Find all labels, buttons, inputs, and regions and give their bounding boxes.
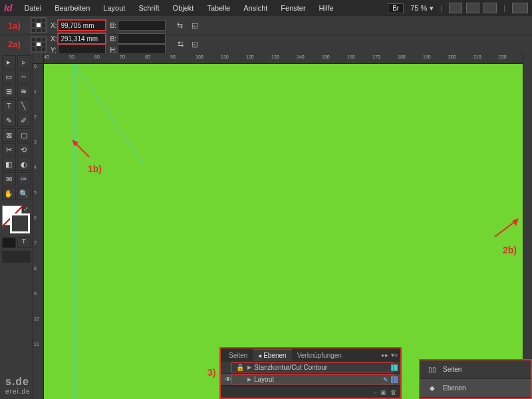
gap-tool[interactable]: ↔ [17, 70, 31, 83]
view-normal[interactable] [2, 251, 31, 263]
menu-object[interactable]: Objekt [166, 4, 201, 12]
panel-footer: ▫ ▣ 🗑 [221, 386, 400, 398]
disclosure-triangle-icon[interactable]: ▶ [247, 364, 251, 370]
tab-links[interactable]: Verknüpfungen [292, 350, 347, 361]
apply-container[interactable] [2, 237, 16, 248]
menu-table[interactable]: Tabelle [200, 4, 237, 12]
b-label-2: B: [110, 35, 116, 43]
apply-text[interactable]: T [17, 237, 31, 248]
horizontal-ruler[interactable]: 4050607080901001101201301401501601701801… [44, 53, 532, 64]
width-input[interactable] [118, 20, 166, 31]
layer-name: Layout [254, 376, 380, 383]
panel-label: Seiten [443, 366, 462, 373]
panel-menu-icon[interactable]: ▾≡ [391, 352, 398, 358]
panel-button-pages[interactable]: ▯▯ Seiten [420, 360, 531, 379]
selection-tool[interactable]: ▸ [2, 55, 16, 68]
layers-icon: ◆ [427, 384, 438, 393]
menu-file[interactable]: Datei [17, 4, 48, 12]
zoom-tool[interactable]: 🔍 [17, 187, 31, 200]
note-tool[interactable]: ✉ [2, 172, 16, 186]
reference-point-grid-2[interactable] [31, 37, 47, 53]
width-input-2[interactable] [118, 33, 166, 44]
rectangle-tool[interactable]: ▢ [17, 128, 31, 142]
zoom-dropdown[interactable]: 75 % ▾ [410, 4, 434, 13]
view-icon-1[interactable] [449, 3, 462, 13]
layer-row-cutcontour[interactable]: 🔒 ▶ Stanzkontur/Cut Contour [221, 362, 400, 374]
visibility-toggle[interactable]: 👁 [223, 376, 233, 383]
diagonal-guides [44, 64, 243, 164]
annotation-arrow-2b [489, 217, 523, 243]
scissors-tool[interactable]: ✂ [2, 143, 16, 156]
view-mode-icons [449, 3, 497, 13]
right-dock-strip[interactable] [523, 53, 532, 399]
reference-point-grid[interactable] [31, 17, 47, 33]
type-on-path-tool[interactable]: ≋ [17, 84, 31, 98]
workspace-switcher[interactable] [512, 3, 528, 13]
panel-tabs: Seiten ◂ Ebenen Verknüpfungen ▸▸▾≡ [221, 348, 400, 362]
page-tool[interactable]: ▭ [2, 70, 16, 83]
transform-tool[interactable]: ⟲ [17, 143, 31, 156]
app-logo: Id [4, 3, 12, 13]
menu-help[interactable]: Hilfe [313, 4, 340, 12]
menu-type[interactable]: Schrift [132, 4, 166, 12]
right-panel-group: ▯▯ Seiten ◆ Ebenen [419, 359, 532, 399]
layer-color-swatch[interactable] [391, 364, 398, 371]
layer-row-layout[interactable]: 👁 ▶ Layout ✎ [221, 374, 400, 386]
hand-tool[interactable]: ✋ [2, 187, 16, 200]
fill-stroke-swatch[interactable]: ⤢ [2, 205, 30, 233]
direct-select-tool[interactable]: ▹ [17, 55, 31, 68]
tab-layers[interactable]: ◂ Ebenen [253, 349, 291, 361]
lock-icon[interactable]: 🔒 [235, 364, 245, 371]
pencil-tool[interactable]: ✐ [17, 114, 31, 127]
ruler-origin[interactable] [33, 53, 44, 64]
swap-fill-stroke-icon[interactable]: ⤢ [23, 205, 29, 212]
chevron-down-icon: ▾ [430, 4, 434, 13]
annotation-1b: 1b) [88, 164, 102, 174]
view-icon-3[interactable] [483, 3, 497, 13]
menu-view[interactable]: Ansicht [237, 4, 274, 12]
disclosure-triangle-icon[interactable]: ▶ [247, 376, 251, 382]
h-label: H: [110, 47, 116, 54]
annotation-2a: 2a) [8, 39, 21, 49]
bridge-button[interactable]: Br [388, 3, 404, 13]
x-input[interactable] [58, 20, 106, 31]
tab-pages[interactable]: Seiten [223, 350, 253, 361]
gradient-tool[interactable]: ◧ [2, 158, 16, 171]
stroke-color[interactable] [10, 213, 30, 233]
menu-layout[interactable]: Layout [96, 4, 132, 12]
x-label: X: [51, 22, 57, 29]
new-layer-icon[interactable]: ▣ [380, 389, 386, 396]
x-label-2: X: [51, 35, 57, 43]
eyedropper-tool[interactable]: ✑ [17, 172, 31, 186]
constrain-icon[interactable]: ⇆ [175, 20, 186, 31]
panel-label: Ebenen [443, 384, 466, 392]
pages-icon: ▯▯ [427, 365, 438, 374]
guide-vertical-2[interactable] [521, 64, 522, 399]
tools-panel: ▸▹ ▭↔ ⊞≋ T╲ ✎✐ ⊠▢ ✂⟲ ◧◐ ✉✑ ✋🔍 ⤢ T [0, 53, 33, 399]
delete-layer-icon[interactable]: 🗑 [390, 389, 396, 396]
menu-edit[interactable]: Bearbeiten [48, 4, 96, 12]
feather-tool[interactable]: ◐ [17, 158, 31, 171]
pen-tool[interactable]: ✎ [2, 114, 16, 127]
layers-panel: Seiten ◂ Ebenen Verknüpfungen ▸▸▾≡ 🔒 ▶ S… [219, 347, 402, 399]
panel-button-layers[interactable]: ◆ Ebenen [420, 379, 531, 398]
x-input-2[interactable] [58, 33, 106, 44]
frame-tool[interactable]: ⊠ [2, 128, 16, 142]
panel-collapse-icon[interactable]: ▸▸ [382, 352, 388, 358]
b-label: B: [110, 22, 116, 29]
line-tool[interactable]: ╲ [17, 99, 31, 112]
new-sublayer-icon[interactable]: ▫ [374, 389, 376, 396]
scale-icon[interactable]: ◱ [190, 20, 200, 31]
content-tool[interactable]: ⊞ [2, 84, 16, 98]
view-icon-2[interactable] [466, 3, 479, 13]
pen-target-icon[interactable]: ✎ [383, 376, 388, 383]
y-label: Y: [51, 47, 57, 54]
layer-color-swatch[interactable] [391, 376, 398, 383]
scale-icon-2[interactable]: ◱ [190, 39, 200, 50]
type-tool[interactable]: T [2, 99, 16, 112]
control-bar-1: 1a) X: B: ⇆ ◱ [0, 16, 532, 35]
constrain-icon-2[interactable]: ⇆ [175, 39, 186, 50]
svg-line-1 [74, 64, 243, 164]
vertical-ruler[interactable]: 01234567891011 [33, 64, 44, 399]
menu-window[interactable]: Fenster [274, 4, 312, 12]
